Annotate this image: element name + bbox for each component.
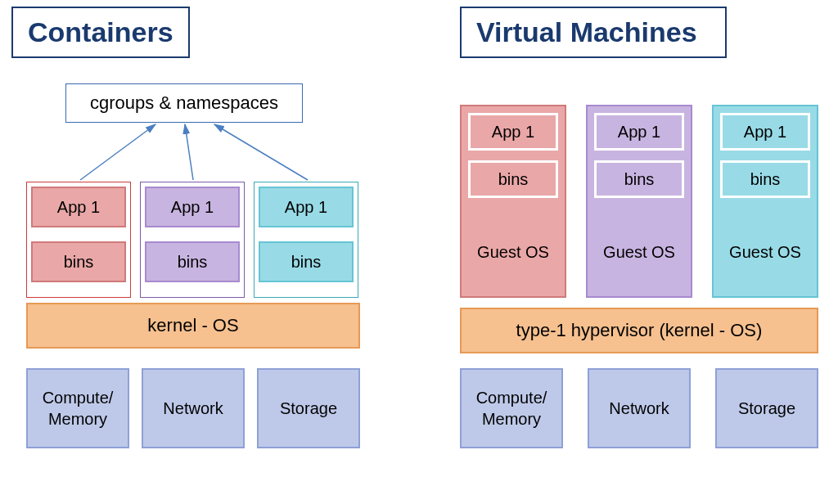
vm-bins: bins <box>468 160 558 198</box>
container-app: App 1 <box>259 187 354 227</box>
vms-row: App 1 bins Guest OS App 1 bins Guest OS … <box>460 105 818 298</box>
vms-heading: Virtual Machines <box>460 7 727 58</box>
vm-guest-os: Guest OS <box>594 208 684 296</box>
vm-app: App 1 <box>720 113 810 151</box>
container-2: App 1 bins <box>140 182 245 298</box>
hardware-row-right: Compute/ Memory Network Storage <box>460 368 818 448</box>
container-bins: bins <box>259 241 354 282</box>
vms-column: Virtual Machines App 1 bins Guest OS App… <box>460 7 830 78</box>
vm-guest-os: Guest OS <box>468 208 558 296</box>
containers-row: App 1 bins App 1 bins App 1 bins <box>26 182 358 298</box>
svg-line-2 <box>214 124 308 180</box>
hypervisor-box: type-1 hypervisor (kernel - OS) <box>460 308 818 353</box>
container-1: App 1 bins <box>26 182 131 298</box>
kernel-box: kernel - OS <box>26 303 360 349</box>
container-3: App 1 bins <box>254 182 358 298</box>
vm-1: App 1 bins Guest OS <box>460 105 566 298</box>
container-bins: bins <box>31 241 126 282</box>
container-bins: bins <box>145 241 240 282</box>
vm-3: App 1 bins Guest OS <box>712 105 818 298</box>
container-app: App 1 <box>31 187 126 227</box>
hw-storage: Storage <box>257 368 360 448</box>
vm-app: App 1 <box>468 113 558 151</box>
svg-line-1 <box>185 124 193 180</box>
vm-bins: bins <box>594 160 684 198</box>
svg-line-0 <box>80 124 155 180</box>
containers-column: Containers cgroups & namespaces App 1 bi… <box>11 7 404 78</box>
vm-app: App 1 <box>594 113 684 151</box>
vm-bins: bins <box>720 160 810 198</box>
hw-compute-memory: Compute/ Memory <box>460 368 563 448</box>
vm-guest-os: Guest OS <box>720 208 810 296</box>
cgroups-box: cgroups & namespaces <box>65 83 303 123</box>
hw-storage: Storage <box>715 368 818 448</box>
containers-heading: Containers <box>11 7 190 58</box>
container-app: App 1 <box>145 187 240 227</box>
vm-2: App 1 bins Guest OS <box>586 105 692 298</box>
hw-network: Network <box>142 368 245 448</box>
architecture-diagram: Containers cgroups & namespaces App 1 bi… <box>0 0 838 504</box>
hw-compute-memory: Compute/ Memory <box>26 368 129 448</box>
hardware-row-left: Compute/ Memory Network Storage <box>26 368 360 448</box>
hw-network: Network <box>588 368 691 448</box>
